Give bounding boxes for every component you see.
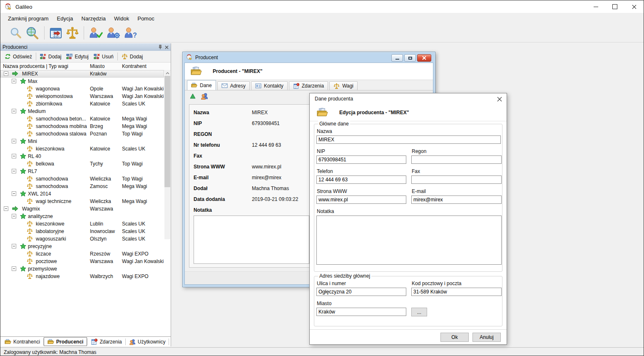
panel-toolbar-dodaj-4[interactable]: Dodaj — [119, 53, 145, 60]
tree-row-rl-40-11[interactable]: RL 40 — [0, 153, 164, 160]
panel-toolbar-usun-3[interactable]: Usuń — [91, 53, 116, 60]
tree-row-wagosuszarki-22[interactable]: wagosuszarkiOlsztynScales UK — [0, 235, 164, 243]
column-city[interactable]: Miasto — [90, 63, 104, 69]
tree-row-samochodowa-mobilna-7[interactable]: samochodowa mobilnaBrzegMega Wagi — [0, 123, 164, 130]
tree-row-rl7-13[interactable]: RL7 — [0, 168, 164, 175]
scrollbar-up-icon[interactable] — [164, 70, 170, 76]
child-minimize-button[interactable] — [391, 54, 403, 62]
producent-window-titlebar[interactable]: Producent — [183, 52, 435, 63]
expander-icon[interactable] — [12, 266, 16, 271]
expander-icon[interactable] — [12, 169, 16, 173]
user-accept-button[interactable] — [89, 27, 103, 39]
cancel-button[interactable]: Anuluj — [472, 333, 501, 342]
tree-scrollbar[interactable] — [164, 70, 170, 239]
telefon-field[interactable] — [316, 175, 406, 184]
fax-field[interactable] — [411, 175, 502, 184]
tree-row-xwl-2014-16[interactable]: XWL 2014 — [0, 190, 164, 198]
kod-field[interactable] — [411, 288, 502, 296]
producent-tab-kontakty[interactable]: Kontakty — [251, 81, 288, 90]
tree-row-samochodowa-14[interactable]: samochodowaWieliczkaTop Wagi — [0, 175, 164, 183]
tree-row-kieszonkowa-10[interactable]: kieszonkowaKatowiceScales UK — [0, 145, 164, 153]
dock-tab-zdarzenia[interactable]: Zdarzenia — [87, 338, 125, 346]
global-search-button[interactable] — [25, 26, 40, 40]
tree-row-najazdowe-27[interactable]: najazdoweWalbrzychWagi EXPO — [0, 273, 164, 280]
tree-row-liczace-24[interactable]: liczaceRzeszówWagi EXPO — [0, 250, 164, 258]
panel-toolbar-odswiez-0[interactable]: Odśwież — [2, 53, 35, 60]
child-close-button[interactable] — [417, 54, 431, 62]
panel-toolbar-dodaj-1[interactable]: Dodaj — [37, 53, 64, 60]
tree-column-header[interactable]: Nazwa producenta | Typ wagi Miasto Kontr… — [0, 63, 171, 71]
tree-row-kieszonkowe-20[interactable]: kieszonkoweLublinScales UK — [0, 220, 164, 228]
city-browse-button[interactable]: ... — [411, 308, 427, 316]
tree-row-samochodowa-stalowa-8[interactable]: samochodowa stalowaPoznanTop Wagi — [0, 130, 164, 138]
column-contractor[interactable]: Kontrahent — [122, 63, 147, 69]
dock-tab-kontrahenci[interactable]: Kontrahenci — [1, 338, 43, 346]
tree-row-max-1[interactable]: Max — [0, 78, 164, 85]
expander-icon[interactable] — [12, 139, 16, 143]
dialog-close-button[interactable] — [495, 95, 504, 103]
regon-field[interactable] — [411, 155, 502, 164]
producent-tab-wagi[interactable]: Wagi — [329, 81, 358, 90]
expander-icon[interactable] — [4, 71, 8, 76]
expander-icon[interactable] — [12, 154, 16, 158]
www-field[interactable] — [316, 196, 406, 204]
tree-row-analityczne-19[interactable]: analityczne — [0, 213, 164, 220]
email-field[interactable] — [411, 196, 502, 204]
minimize-button[interactable] — [586, 0, 605, 13]
tree-row-precyzyjne-23[interactable]: precyzyjne — [0, 243, 164, 250]
ok-button[interactable]: Ok — [440, 333, 469, 342]
nip-field[interactable] — [316, 155, 406, 164]
close-button[interactable] — [624, 0, 644, 13]
tree-row-labolatoryjne-21[interactable]: labolatoryjneInowroclawScales UK — [0, 228, 164, 235]
ulica-field[interactable] — [316, 288, 406, 296]
menu-item-pomoc[interactable]: Pomoc — [133, 14, 158, 23]
tree-row-wagmix-18[interactable]: WagmixWarszawa — [0, 205, 164, 213]
expand-triangle-icon[interactable] — [189, 93, 196, 99]
tree-row-wagonowa-2[interactable]: wagonowaOpoleWagi Jan Kowalski — [0, 85, 164, 93]
producent-tab-dane[interactable]: Dane — [187, 80, 216, 90]
notatka-field[interactable] — [316, 216, 502, 265]
dialog-titlebar[interactable]: Dane producenta — [310, 93, 507, 104]
expander-icon[interactable] — [12, 191, 16, 196]
report-button[interactable] — [49, 27, 62, 39]
scales-toolbar-button[interactable] — [66, 26, 79, 40]
tree-row-medium-5[interactable]: Medium — [0, 108, 164, 115]
tree-row-wagi-techniczne-17[interactable]: wagi techniczneWieliczkaMega Wagi — [0, 198, 164, 205]
expander-icon[interactable] — [4, 206, 8, 211]
tree-row-pocztowe-25[interactable]: pocztoweWarszawaWagi Jan Kowalski — [0, 258, 164, 265]
producent-note-field[interactable] — [194, 216, 309, 264]
user-help-button[interactable]: ? — [124, 27, 137, 39]
panel-close-icon[interactable] — [165, 45, 169, 49]
expander-icon[interactable] — [12, 214, 16, 218]
expander-icon[interactable] — [12, 244, 16, 248]
users-group-icon[interactable] — [201, 93, 208, 100]
pin-icon[interactable] — [158, 45, 162, 50]
producent-tab-adresy[interactable]: Adresy — [217, 81, 250, 90]
maximize-button[interactable] — [605, 0, 624, 13]
tree-row-przemyslowe-26[interactable]: przemyslowe — [0, 265, 164, 273]
menu-item-widok[interactable]: Widok — [110, 14, 133, 23]
tree-row-mirex-0[interactable]: MIREXKraków — [0, 70, 164, 78]
dock-tab-producenci[interactable]: Producenci — [44, 337, 87, 346]
nazwa-field[interactable] — [316, 135, 501, 144]
producent-tab-zdarzenia[interactable]: Zdarzenia — [289, 81, 328, 90]
expander-icon[interactable] — [12, 79, 16, 83]
user-settings-button[interactable] — [106, 27, 120, 39]
child-maximize-button[interactable] — [404, 54, 416, 62]
tree-row-belkowa-12[interactable]: belkowaTychyTop Wagi — [0, 160, 164, 168]
search-button[interactable] — [10, 27, 22, 39]
tree-row-samochodowa-15[interactable]: samochodowaZamoscMega Wagi — [0, 183, 164, 190]
tree-row-zbiornikowa-4[interactable]: zbiornikowaKatowiceScales UK — [0, 100, 164, 108]
panel-toolbar-edytuj-2[interactable]: Edytuj — [64, 53, 91, 60]
tree-row-wielopomostowa-3[interactable]: wielopomostowaWarszawaWagi Jan Kowalski — [0, 93, 164, 100]
menu-item-zamknij-program[interactable]: Zamknij program — [4, 14, 53, 23]
dock-tab-uzytkownicy[interactable]: Użytkownicy — [126, 338, 169, 346]
menu-item-narzedzia[interactable]: Narzędzia — [77, 14, 110, 23]
scrollbar-thumb[interactable] — [164, 76, 170, 187]
expander-icon[interactable] — [12, 109, 16, 113]
column-name-type[interactable]: Nazwa producenta | Typ wagi — [3, 63, 68, 69]
miasto-field[interactable] — [316, 308, 406, 316]
tree-row-samochodowa-beton-6[interactable]: samochodowa beton...KatowiceMega Wagi — [0, 115, 164, 123]
menu-item-edycja[interactable]: Edycja — [53, 14, 77, 23]
tree-row-mini-9[interactable]: Mini — [0, 138, 164, 145]
